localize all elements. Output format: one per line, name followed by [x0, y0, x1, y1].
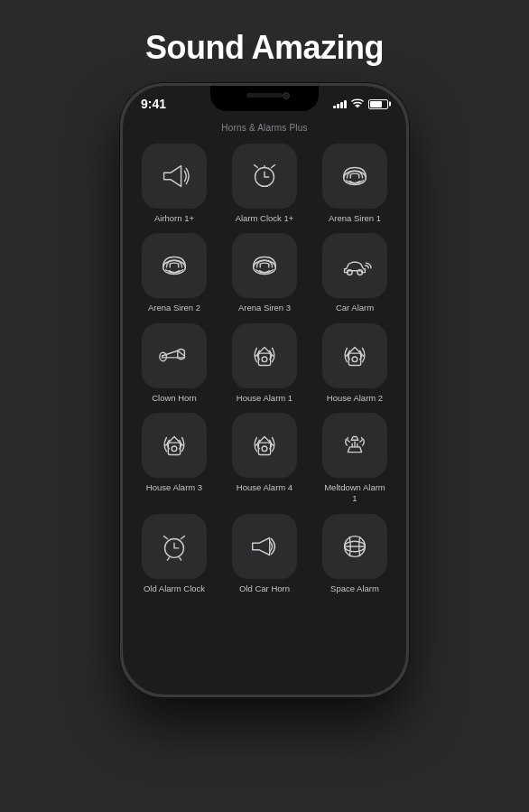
- clown-horn-label: Clown Horn: [152, 393, 197, 404]
- battery-icon: [368, 99, 388, 109]
- old-alarm-clock-icon-box: [142, 514, 207, 579]
- house-alarm-1-icon-box: [232, 323, 297, 388]
- house-alarm-3-label: House Alarm 3: [146, 482, 202, 493]
- svg-point-0: [357, 107, 358, 107]
- list-item[interactable]: Alarm Clock 1+: [224, 144, 305, 224]
- old-alarm-clock-label: Old Alarm Clock: [144, 583, 205, 594]
- app-header: Horns & Alarms Plus: [123, 115, 406, 140]
- svg-point-16: [262, 446, 267, 452]
- svg-point-14: [172, 446, 177, 452]
- house-alarm-4-label: House Alarm 4: [237, 482, 292, 493]
- svg-rect-11: [348, 353, 360, 365]
- house-alarm-2-label: House Alarm 2: [327, 393, 383, 404]
- space-alarm-label: Space Alarm: [330, 583, 379, 594]
- list-item[interactable]: House Alarm 1: [224, 323, 305, 404]
- phone-frame: 9:41: [120, 83, 409, 697]
- notch-camera: [283, 92, 290, 99]
- status-icons: [333, 98, 388, 110]
- app-grid: Airhorn 1+: [123, 140, 406, 695]
- house-alarm-4-icon-box: [232, 413, 297, 478]
- page-title: Sound Amazing: [145, 29, 384, 67]
- svg-rect-15: [258, 443, 270, 454]
- arena-siren-2-label: Arena Siren 2: [148, 303, 200, 313]
- app-title: Horns & Alarms Plus: [221, 123, 308, 133]
- list-item[interactable]: Arena Siren 2: [134, 233, 215, 313]
- alarm-clock-1-label: Alarm Clock 1+: [236, 213, 294, 224]
- airhorn-label: Airhorn 1+: [154, 213, 194, 224]
- old-car-horn-label: Old Car Horn: [239, 583, 290, 594]
- notch-speaker: [246, 93, 283, 98]
- alarm-clock-icon-box: [232, 144, 297, 209]
- airhorn-icon-box: [142, 144, 207, 209]
- list-item[interactable]: Meltdown Alarm 1: [314, 413, 395, 505]
- svg-rect-9: [258, 353, 270, 365]
- signal-icon: [333, 100, 347, 108]
- old-car-horn-icon-box: [232, 514, 297, 579]
- arena-siren-3-label: Arena Siren 3: [238, 303, 291, 313]
- house-alarm-3-icon-box: [142, 413, 207, 478]
- space-alarm-icon-box: [322, 514, 387, 579]
- meltdown-alarm-icon-box: [322, 413, 387, 478]
- list-item[interactable]: Car Alarm: [314, 233, 395, 313]
- arena-siren-3-icon-box: [232, 233, 297, 298]
- house-alarm-2-icon-box: [322, 323, 387, 388]
- list-item[interactable]: House Alarm 4: [224, 413, 305, 505]
- list-item[interactable]: Arena Siren 3: [224, 233, 305, 313]
- list-item[interactable]: Old Alarm Clock: [134, 514, 215, 594]
- list-item[interactable]: House Alarm 2: [314, 323, 395, 404]
- meltdown-alarm-label: Meltdown Alarm 1: [321, 482, 388, 505]
- list-item[interactable]: House Alarm 3: [134, 413, 215, 505]
- phone-screen: 9:41: [123, 86, 406, 695]
- arena-siren-2-icon-box: [142, 233, 207, 298]
- house-alarm-1-label: House Alarm 1: [237, 393, 292, 404]
- phone-mockup: 9:41: [120, 83, 409, 697]
- svg-rect-13: [168, 443, 180, 454]
- clown-horn-icon-box: [142, 323, 207, 388]
- list-item[interactable]: Airhorn 1+: [134, 144, 215, 224]
- car-alarm-label: Car Alarm: [336, 303, 374, 313]
- wifi-icon: [351, 98, 364, 110]
- arena-siren-1-icon-box: [322, 144, 387, 209]
- notch: [210, 86, 319, 111]
- list-item[interactable]: Space Alarm: [314, 514, 395, 594]
- svg-point-10: [262, 357, 267, 362]
- arena-siren-1-label: Arena Siren 1: [329, 213, 381, 224]
- list-item[interactable]: Clown Horn: [134, 323, 215, 404]
- svg-point-12: [352, 357, 357, 362]
- car-alarm-icon-box: [322, 233, 387, 298]
- svg-point-8: [160, 352, 167, 361]
- status-time: 9:41: [141, 97, 166, 111]
- list-item[interactable]: Arena Siren 1: [314, 144, 395, 224]
- list-item[interactable]: Old Car Horn: [224, 514, 305, 594]
